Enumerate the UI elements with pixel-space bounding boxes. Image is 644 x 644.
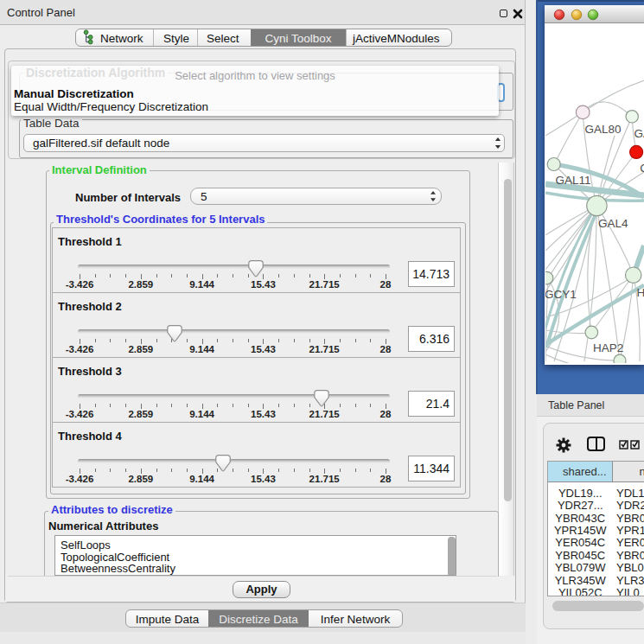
svg-text:C: C — [640, 162, 644, 175]
svg-text:GAL80: GAL80 — [585, 123, 622, 136]
svg-text:GAL11: GAL11 — [556, 174, 591, 187]
svg-text:GCY1: GCY1 — [545, 288, 577, 301]
svg-text:H: H — [637, 286, 644, 299]
svg-text:GAL4: GAL4 — [598, 217, 628, 230]
svg-text:GAL: GAL — [634, 127, 644, 140]
svg-text:HAP2: HAP2 — [593, 341, 623, 354]
